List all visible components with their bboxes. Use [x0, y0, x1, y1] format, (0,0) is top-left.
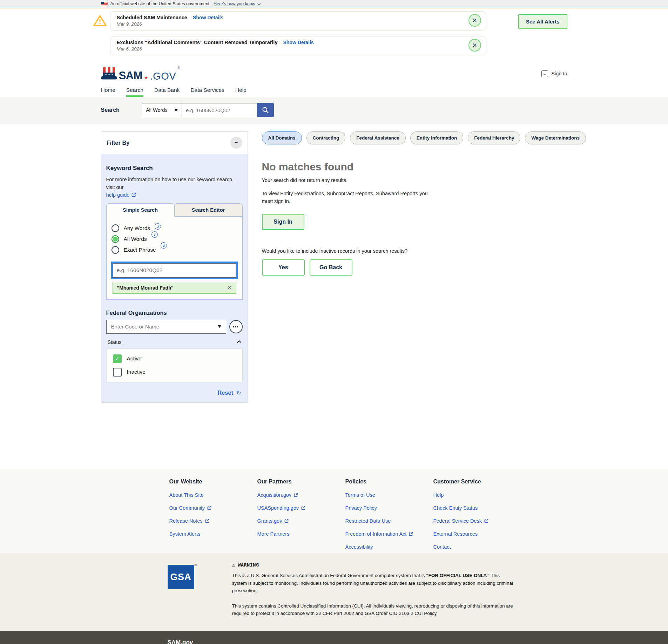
sam-gov-logo[interactable]: SAM★.GOV® [101, 67, 180, 81]
footer-link-restricted-data-use[interactable]: Restricted Data Use [345, 518, 433, 524]
go-back-button[interactable]: Go Back [310, 259, 352, 276]
footer-link-privacy-policy[interactable]: Privacy Policy [345, 505, 433, 511]
nav-item-data-bank[interactable]: Data Bank [154, 85, 180, 97]
warning-paragraph-2: This system contains Controlled Unclassi… [232, 602, 514, 617]
reset-link[interactable]: Reset↻ [217, 389, 241, 396]
domain-tab-contracting[interactable]: Contracting [306, 131, 346, 144]
federal-orgs-placeholder: Enter Code or Name [111, 324, 160, 330]
alert-show-details-link[interactable]: Show Details [193, 15, 223, 20]
site-header: SAM★.GOV® ← Sign In [0, 60, 668, 85]
radio-exact-phrase[interactable] [112, 246, 119, 254]
domain-tab-federal-hierarchy[interactable]: Federal Hierarchy [468, 131, 520, 144]
alert-card: Scheduled SAM Maintenance Show Details M… [110, 11, 486, 30]
footer-link-system-alerts[interactable]: System Alerts [169, 531, 257, 537]
nav-item-home[interactable]: Home [101, 85, 115, 97]
alert-show-details-link[interactable]: Show Details [283, 40, 313, 45]
keyword-chip: "Mhamed Mourad Fadli" ✕ [113, 282, 236, 294]
federal-orgs-select[interactable]: Enter Code or Name [106, 320, 226, 334]
global-search-input[interactable] [182, 103, 257, 117]
alerts-section: Scheduled SAM Maintenance Show Details M… [0, 8, 668, 60]
ellipsis-icon: ••• [233, 324, 239, 329]
magnifier-icon [262, 106, 269, 114]
info-icon[interactable]: i [161, 242, 167, 249]
checkbox-active[interactable]: ✓ [113, 354, 122, 363]
federal-orgs-heading: Federal Organizations [106, 310, 243, 316]
footer-link-more-partners[interactable]: More Partners [257, 531, 345, 537]
footer-link-grants-gov[interactable]: Grants.gov [257, 518, 345, 524]
footer-link-acquisition-gov[interactable]: Acquisition.gov [257, 492, 345, 498]
footer-link-usaspending-gov[interactable]: USASpending.gov [257, 505, 345, 511]
logo-star-icon: ★ [144, 75, 148, 81]
alert-title: Exclusions “Additional Comments” Content… [117, 40, 278, 45]
header-sign-in-link[interactable]: ← Sign In [541, 70, 567, 77]
alert-close-button[interactable]: ✕ [468, 39, 481, 52]
footer-link-release-notes[interactable]: Release Notes [169, 518, 257, 524]
alert-date: Mar 6, 2026 [117, 46, 461, 52]
tab-search-editor[interactable]: Search Editor [174, 203, 243, 216]
close-icon: ✕ [472, 17, 477, 24]
external-link-icon [131, 192, 136, 197]
filter-collapse-button[interactable]: − [230, 137, 242, 149]
footer-link-contact[interactable]: Contact [433, 544, 521, 550]
checkbox-inactive[interactable] [113, 368, 122, 377]
help-guide-link[interactable]: help guide [106, 192, 136, 198]
gov-banner: An official website of the United States… [0, 0, 668, 8]
alert-card: Exclusions “Additional Comments” Content… [110, 36, 486, 55]
footer-link-help[interactable]: Help [433, 492, 521, 498]
uncle-sam-hat-icon [101, 67, 117, 81]
search-submit-button[interactable] [257, 103, 274, 117]
footer-link-accessibility[interactable]: Accessibility [345, 544, 433, 550]
caret-down-icon [218, 325, 221, 328]
federal-orgs-more-button[interactable]: ••• [229, 320, 243, 333]
radio-all-words[interactable] [112, 235, 119, 243]
nav-item-data-services[interactable]: Data Services [190, 85, 224, 97]
domain-tab-wage-determinations[interactable]: Wage Determinations [525, 131, 586, 144]
info-icon[interactable]: i [151, 231, 158, 238]
footer-link-our-community[interactable]: Our Community [169, 505, 257, 511]
checkbox-active-label: Active [127, 355, 142, 362]
alert-close-button[interactable]: ✕ [468, 14, 481, 27]
status-box: ✓ Active Inactive [106, 348, 243, 382]
sign-in-button[interactable]: Sign In [262, 214, 304, 230]
search-label: Search [101, 107, 120, 113]
inactive-records-question: Would you like to include inactive recor… [262, 248, 586, 254]
footer-column-our-website: Our Website About This Site Our Communit… [169, 479, 257, 550]
no-matches-subtitle: Your search did not return any results. [262, 177, 586, 183]
sign-in-arrow-icon: ← [541, 70, 548, 77]
footer-link-terms-of-use[interactable]: Terms of Use [345, 492, 433, 498]
search-bar-section: Search All Words [0, 97, 668, 124]
nav-item-help[interactable]: Help [235, 85, 247, 97]
external-link-icon [301, 506, 305, 510]
check-icon: ✓ [115, 355, 120, 362]
see-all-alerts-button[interactable]: See All Alerts [518, 14, 567, 29]
footer-link-federal-service-desk[interactable]: Federal Service Desk [433, 518, 521, 524]
chevron-up-icon[interactable] [237, 340, 241, 345]
footer-link-external-resources[interactable]: External Resources [433, 531, 521, 537]
results-column: All Domains Contracting Federal Assistan… [262, 131, 586, 276]
domain-tab-federal-assistance[interactable]: Federal Assistance [350, 131, 406, 144]
keyword-info-text: For more information on how to use our k… [106, 176, 243, 191]
keyword-search-input[interactable] [113, 263, 236, 278]
banner-how-link[interactable]: Here’s how you know [214, 1, 260, 6]
footer-link-foia[interactable]: Freedom of Information Act [345, 531, 433, 537]
domain-tab-all-domains[interactable]: All Domains [262, 131, 302, 144]
filter-panel: Filter By − Keyword Search For more info… [101, 131, 248, 403]
tab-simple-search[interactable]: Simple Search [106, 203, 175, 217]
radio-any-words[interactable] [112, 224, 119, 232]
footer-column-customer-service: Customer Service Help Check Entity Statu… [433, 479, 521, 550]
nav-item-search[interactable]: Search [126, 85, 143, 97]
main-content: Filter By − Keyword Search For more info… [0, 124, 668, 469]
banner-text: An official website of the United States… [110, 1, 210, 6]
caret-down-icon [174, 109, 178, 111]
yes-button[interactable]: Yes [262, 259, 305, 276]
footer-link-check-entity-status[interactable]: Check Entity Status [433, 505, 521, 511]
warning-triangle-icon [93, 15, 107, 27]
gsa-warning-section: GSA ® ⚠ WARNING This is a U.S. General S… [0, 553, 668, 631]
domain-tab-entity-information[interactable]: Entity Information [410, 131, 464, 144]
alert-date: Mar 9, 2026 [117, 21, 461, 27]
chip-close-icon[interactable]: ✕ [227, 285, 232, 291]
info-icon[interactable]: i [155, 223, 161, 230]
footer-link-about-this-site[interactable]: About This Site [169, 492, 257, 498]
search-type-select[interactable]: All Words [142, 103, 182, 117]
close-icon: ✕ [472, 42, 477, 49]
